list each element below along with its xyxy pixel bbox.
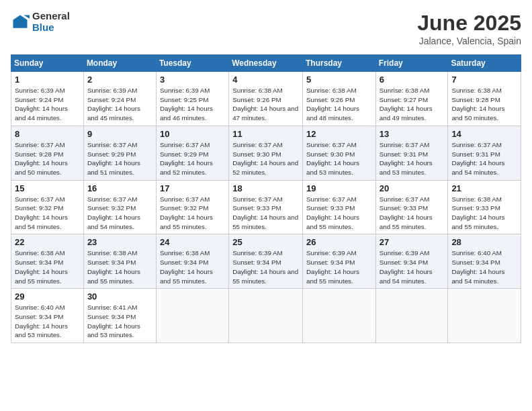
day-info: Sunrise: 6:38 AMSunset: 9:34 PMDaylight:…: [87, 249, 140, 284]
day-number: 30: [87, 291, 152, 302]
calendar-cell: 27 Sunrise: 6:39 AMSunset: 9:34 PMDaylig…: [375, 234, 448, 289]
calendar-cell: 28 Sunrise: 6:40 AMSunset: 9:34 PMDaylig…: [448, 234, 521, 289]
day-info: Sunrise: 6:39 AMSunset: 9:34 PMDaylight:…: [232, 249, 298, 284]
calendar-cell: 7 Sunrise: 6:38 AMSunset: 9:28 PMDayligh…: [448, 72, 521, 126]
calendar-cell: 24 Sunrise: 6:38 AMSunset: 9:34 PMDaylig…: [156, 234, 228, 289]
logo-general: General: [32, 11, 70, 22]
day-info: Sunrise: 6:39 AMSunset: 9:24 PMDaylight:…: [15, 87, 68, 122]
header-wednesday: Wednesday: [229, 55, 303, 72]
calendar-week-4: 22 Sunrise: 6:38 AMSunset: 9:34 PMDaylig…: [11, 234, 521, 289]
day-number: 27: [380, 237, 445, 247]
day-number: 19: [306, 183, 372, 193]
day-number: 20: [380, 183, 445, 193]
calendar-cell: 14 Sunrise: 6:37 AMSunset: 9:31 PMDaylig…: [448, 126, 521, 180]
calendar-cell: 26 Sunrise: 6:39 AMSunset: 9:34 PMDaylig…: [303, 234, 376, 289]
title-block: June 2025 Jalance, Valencia, Spain: [417, 11, 521, 46]
day-info: Sunrise: 6:37 AMSunset: 9:32 PMDaylight:…: [87, 195, 140, 230]
day-info: Sunrise: 6:37 AMSunset: 9:33 PMDaylight:…: [232, 195, 298, 230]
header-saturday: Saturday: [448, 55, 521, 72]
day-info: Sunrise: 6:37 AMSunset: 9:31 PMDaylight:…: [380, 141, 433, 176]
logo-blue: Blue: [32, 22, 70, 34]
calendar-cell: [303, 289, 376, 343]
calendar-cell: 12 Sunrise: 6:37 AMSunset: 9:30 PMDaylig…: [303, 126, 376, 180]
calendar-cell: 16 Sunrise: 6:37 AMSunset: 9:32 PMDaylig…: [83, 180, 156, 234]
day-number: 16: [87, 183, 152, 193]
day-info: Sunrise: 6:38 AMSunset: 9:33 PMDaylight:…: [451, 195, 504, 230]
calendar-cell: 22 Sunrise: 6:38 AMSunset: 9:34 PMDaylig…: [11, 234, 84, 289]
day-info: Sunrise: 6:37 AMSunset: 9:29 PMDaylight:…: [160, 141, 213, 176]
day-number: 14: [451, 129, 517, 139]
day-info: Sunrise: 6:37 AMSunset: 9:30 PMDaylight:…: [306, 141, 359, 176]
day-info: Sunrise: 6:39 AMSunset: 9:24 PMDaylight:…: [87, 87, 140, 122]
calendar-cell: [448, 289, 521, 343]
calendar-cell: [156, 289, 228, 343]
day-number: 1: [15, 75, 80, 85]
day-number: 24: [160, 237, 225, 247]
header-monday: Monday: [83, 55, 156, 72]
calendar-cell: 19 Sunrise: 6:37 AMSunset: 9:33 PMDaylig…: [303, 180, 376, 234]
day-info: Sunrise: 6:37 AMSunset: 9:32 PMDaylight:…: [15, 195, 68, 230]
day-info: Sunrise: 6:37 AMSunset: 9:31 PMDaylight:…: [451, 141, 504, 176]
calendar-cell: 10 Sunrise: 6:37 AMSunset: 9:29 PMDaylig…: [156, 126, 228, 180]
day-info: Sunrise: 6:38 AMSunset: 9:27 PMDaylight:…: [380, 87, 433, 122]
header-friday: Friday: [375, 55, 448, 72]
calendar-cell: 11 Sunrise: 6:37 AMSunset: 9:30 PMDaylig…: [229, 126, 303, 180]
calendar-cell: 29 Sunrise: 6:40 AMSunset: 9:34 PMDaylig…: [11, 289, 84, 343]
day-number: 11: [232, 129, 299, 139]
day-info: Sunrise: 6:38 AMSunset: 9:34 PMDaylight:…: [15, 249, 68, 284]
logo-text: General Blue: [32, 11, 70, 33]
calendar-week-1: 1 Sunrise: 6:39 AMSunset: 9:24 PMDayligh…: [11, 72, 521, 126]
calendar-cell: 20 Sunrise: 6:37 AMSunset: 9:33 PMDaylig…: [375, 180, 448, 234]
day-info: Sunrise: 6:40 AMSunset: 9:34 PMDaylight:…: [451, 249, 504, 284]
day-info: Sunrise: 6:37 AMSunset: 9:33 PMDaylight:…: [306, 195, 359, 230]
month-title: June 2025: [417, 11, 521, 36]
header-tuesday: Tuesday: [156, 55, 228, 72]
calendar-cell: 30 Sunrise: 6:41 AMSunset: 9:34 PMDaylig…: [83, 289, 156, 343]
calendar-cell: 6 Sunrise: 6:38 AMSunset: 9:27 PMDayligh…: [375, 72, 448, 126]
calendar-cell: 25 Sunrise: 6:39 AMSunset: 9:34 PMDaylig…: [229, 234, 303, 289]
day-number: 9: [87, 129, 152, 139]
page: General Blue June 2025 Jalance, Valencia…: [0, 0, 532, 411]
header-thursday: Thursday: [303, 55, 376, 72]
day-number: 26: [306, 237, 372, 247]
day-number: 8: [15, 129, 80, 139]
day-number: 2: [87, 75, 152, 85]
calendar-cell: [375, 289, 448, 343]
day-number: 25: [232, 237, 299, 247]
logo: General Blue: [11, 11, 70, 33]
logo-icon: [11, 13, 30, 32]
calendar-cell: 13 Sunrise: 6:37 AMSunset: 9:31 PMDaylig…: [375, 126, 448, 180]
day-number: 21: [451, 183, 517, 193]
day-number: 18: [232, 183, 299, 193]
day-number: 12: [306, 129, 372, 139]
calendar-cell: 5 Sunrise: 6:38 AMSunset: 9:26 PMDayligh…: [303, 72, 376, 126]
calendar-cell: 9 Sunrise: 6:37 AMSunset: 9:29 PMDayligh…: [83, 126, 156, 180]
calendar-cell: 4 Sunrise: 6:38 AMSunset: 9:26 PMDayligh…: [229, 72, 303, 126]
calendar-cell: 1 Sunrise: 6:39 AMSunset: 9:24 PMDayligh…: [11, 72, 84, 126]
calendar-week-5: 29 Sunrise: 6:40 AMSunset: 9:34 PMDaylig…: [11, 289, 521, 343]
day-number: 6: [380, 75, 445, 85]
day-info: Sunrise: 6:37 AMSunset: 9:29 PMDaylight:…: [87, 141, 140, 176]
day-number: 7: [451, 75, 517, 85]
day-number: 28: [451, 237, 517, 247]
day-info: Sunrise: 6:38 AMSunset: 9:26 PMDaylight:…: [306, 87, 359, 122]
location: Jalance, Valencia, Spain: [417, 36, 521, 46]
day-info: Sunrise: 6:37 AMSunset: 9:32 PMDaylight:…: [160, 195, 213, 230]
day-info: Sunrise: 6:40 AMSunset: 9:34 PMDaylight:…: [15, 304, 68, 338]
calendar-cell: 15 Sunrise: 6:37 AMSunset: 9:32 PMDaylig…: [11, 180, 84, 234]
day-number: 13: [380, 129, 445, 139]
calendar-cell: 2 Sunrise: 6:39 AMSunset: 9:24 PMDayligh…: [83, 72, 156, 126]
day-info: Sunrise: 6:41 AMSunset: 9:34 PMDaylight:…: [87, 304, 140, 338]
day-info: Sunrise: 6:39 AMSunset: 9:34 PMDaylight:…: [380, 249, 433, 284]
calendar-cell: 3 Sunrise: 6:39 AMSunset: 9:25 PMDayligh…: [156, 72, 228, 126]
day-info: Sunrise: 6:37 AMSunset: 9:28 PMDaylight:…: [15, 141, 68, 176]
day-info: Sunrise: 6:38 AMSunset: 9:34 PMDaylight:…: [160, 249, 213, 284]
day-info: Sunrise: 6:39 AMSunset: 9:34 PMDaylight:…: [306, 249, 359, 284]
day-number: 23: [87, 237, 152, 247]
day-number: 17: [160, 183, 225, 193]
day-number: 3: [160, 75, 225, 85]
day-info: Sunrise: 6:37 AMSunset: 9:30 PMDaylight:…: [232, 141, 298, 176]
calendar-cell: 18 Sunrise: 6:37 AMSunset: 9:33 PMDaylig…: [229, 180, 303, 234]
day-info: Sunrise: 6:38 AMSunset: 9:28 PMDaylight:…: [451, 87, 504, 122]
day-info: Sunrise: 6:38 AMSunset: 9:26 PMDaylight:…: [232, 87, 298, 122]
